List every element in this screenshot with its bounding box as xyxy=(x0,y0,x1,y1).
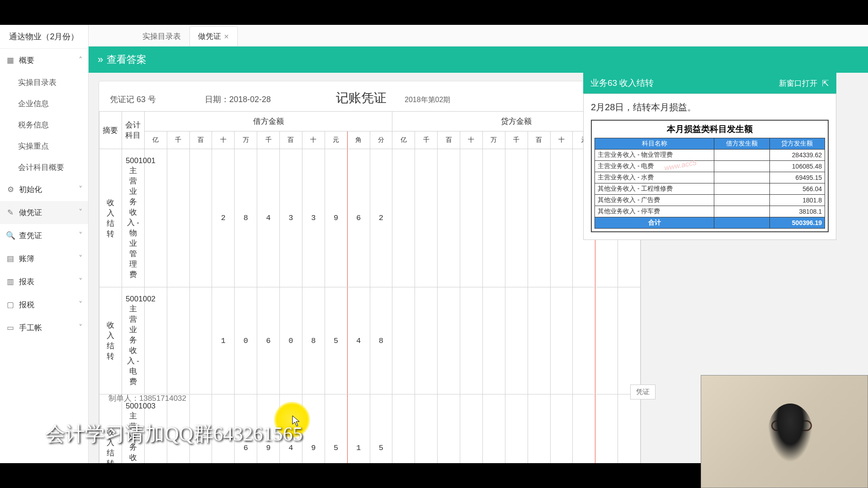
chevron-down-icon: ˅ xyxy=(79,231,83,240)
digit-cell[interactable] xyxy=(595,287,618,394)
digit-cell[interactable] xyxy=(505,149,528,287)
ref-total-label: 合计 xyxy=(595,217,714,229)
digit-cell[interactable] xyxy=(415,287,438,394)
digit-cell[interactable] xyxy=(573,287,595,394)
digit-header: 万 xyxy=(235,131,257,149)
digit-cell[interactable] xyxy=(460,287,483,394)
digit-cell[interactable] xyxy=(528,394,550,464)
ref-credit: 284339.62 xyxy=(769,150,825,161)
nav-section-概要[interactable]: ▦概要˄ xyxy=(0,49,88,72)
digit-cell[interactable]: 0 xyxy=(235,287,257,394)
voucher-shortcut-button[interactable]: 凭证 xyxy=(630,385,656,399)
cell-subject[interactable]: 5001001 主营业务收入 - 物业管理费 xyxy=(122,149,144,287)
nav-label: 查凭证 xyxy=(19,230,42,241)
digit-cell[interactable]: 3 xyxy=(280,149,302,287)
digit-cell[interactable]: 5 xyxy=(325,394,347,464)
cell-subject[interactable]: 5001002 主营业务收入 - 电费 xyxy=(122,287,144,394)
digit-cell[interactable] xyxy=(167,149,189,287)
nav-section-初始化[interactable]: ⚙初始化˅ xyxy=(0,178,88,201)
digit-cell[interactable] xyxy=(460,149,483,287)
ref-row: 主营业务收入 - 水费69495.15 xyxy=(595,172,825,183)
digit-header: 千 xyxy=(505,131,528,149)
digit-header: 百 xyxy=(528,131,550,149)
tab-做凭证[interactable]: 做凭证✕ xyxy=(189,26,238,46)
digit-cell[interactable] xyxy=(167,287,189,394)
digit-cell[interactable] xyxy=(438,394,460,464)
digit-header: 亿 xyxy=(392,131,415,149)
digit-cell[interactable] xyxy=(550,287,573,394)
digit-cell[interactable] xyxy=(482,394,505,464)
nav-sub-item[interactable]: 会计科目概要 xyxy=(0,157,88,178)
digit-cell[interactable] xyxy=(415,149,438,287)
ref-row: 主营业务收入 - 电费106085.48 xyxy=(595,161,825,172)
digit-cell[interactable] xyxy=(482,287,505,394)
digit-cell[interactable]: 6 xyxy=(257,287,280,394)
digit-cell[interactable]: 4 xyxy=(257,149,280,287)
digit-cell[interactable] xyxy=(392,394,415,464)
digit-cell[interactable] xyxy=(618,394,641,464)
open-new-window-button[interactable]: 新窗口打开 xyxy=(779,78,817,89)
close-icon[interactable]: ✕ xyxy=(224,33,229,40)
nav-section-报表[interactable]: ▥报表˅ xyxy=(0,270,88,293)
cell-summary[interactable]: 收入结转 xyxy=(99,287,122,394)
digit-cell[interactable] xyxy=(438,149,460,287)
digit-cell[interactable] xyxy=(573,394,595,464)
digit-cell[interactable] xyxy=(144,149,167,287)
digit-cell[interactable]: 4 xyxy=(347,287,370,394)
digit-cell[interactable] xyxy=(438,287,460,394)
digit-cell[interactable] xyxy=(482,149,505,287)
nav-section-查凭证[interactable]: 🔍查凭证˅ xyxy=(0,224,88,247)
nav-sub-item[interactable]: 实操目录表 xyxy=(0,72,88,93)
digit-cell[interactable] xyxy=(505,394,528,464)
digit-header: 百 xyxy=(280,131,302,149)
digit-cell[interactable] xyxy=(550,149,573,287)
digit-cell[interactable]: 8 xyxy=(235,149,257,287)
digit-cell[interactable]: 9 xyxy=(325,149,347,287)
digit-cell[interactable]: 8 xyxy=(302,287,325,394)
answer-bar-label: 查看答案 xyxy=(107,53,146,66)
digit-cell[interactable] xyxy=(550,394,573,464)
nav-sub-item[interactable]: 企业信息 xyxy=(0,93,88,114)
nav-sub-item[interactable]: 实操重点 xyxy=(0,136,88,157)
chevron-down-icon: ˅ xyxy=(79,300,83,310)
nav-section-账簿[interactable]: ▤账簿˅ xyxy=(0,247,88,270)
digit-cell[interactable] xyxy=(618,287,641,394)
digit-cell[interactable] xyxy=(392,149,415,287)
tab-实操目录表[interactable]: 实操目录表 xyxy=(134,26,189,46)
digit-cell[interactable] xyxy=(595,394,618,464)
nav-label: 账簿 xyxy=(19,253,34,264)
digit-cell[interactable] xyxy=(189,149,212,287)
digit-cell[interactable]: 5 xyxy=(370,394,392,464)
digit-cell[interactable]: 6 xyxy=(347,149,370,287)
digit-cell[interactable] xyxy=(392,287,415,394)
nav-section-手工帐[interactable]: ▭手工帐˅ xyxy=(0,316,88,339)
voucher-card: 凭证记 63 号 日期：2018-02-28 记账凭证 2018年第02期 摘要… xyxy=(99,81,641,463)
digit-cell[interactable]: 1 xyxy=(347,394,370,464)
digit-header: 十 xyxy=(212,131,235,149)
digit-cell[interactable]: 8 xyxy=(370,287,392,394)
nav-sub-item[interactable]: 税务信息 xyxy=(0,114,88,136)
digit-cell[interactable] xyxy=(189,287,212,394)
ref-debit xyxy=(714,183,769,195)
nav-section-做凭证[interactable]: ✎做凭证˅ xyxy=(0,201,88,224)
expand-icon[interactable]: ⇱ xyxy=(822,78,829,89)
digit-cell[interactable]: 3 xyxy=(302,149,325,287)
digit-cell[interactable] xyxy=(528,287,550,394)
digit-cell[interactable]: 0 xyxy=(280,287,302,394)
reference-table: 科目名称借方发生额贷方发生额主营业务收入 - 物业管理费284339.62主营业… xyxy=(594,138,825,229)
digit-cell[interactable] xyxy=(460,394,483,464)
preparer-label: 制单人：13851714032 xyxy=(108,393,186,404)
digit-cell[interactable]: 1 xyxy=(212,287,235,394)
digit-cell[interactable]: 2 xyxy=(370,149,392,287)
hand-icon: ▭ xyxy=(5,323,15,333)
digit-cell[interactable] xyxy=(415,394,438,464)
digit-cell[interactable]: 9 xyxy=(302,394,325,464)
cell-summary[interactable]: 收入结转 xyxy=(99,149,122,287)
digit-header: 十 xyxy=(460,131,483,149)
digit-cell[interactable]: 2 xyxy=(212,149,235,287)
answer-bar[interactable]: » 查看答案 xyxy=(89,47,868,73)
digit-cell[interactable] xyxy=(505,287,528,394)
nav-section-报税[interactable]: ▢报税˅ xyxy=(0,293,88,316)
digit-cell[interactable]: 5 xyxy=(325,287,347,394)
digit-cell[interactable] xyxy=(528,149,550,287)
